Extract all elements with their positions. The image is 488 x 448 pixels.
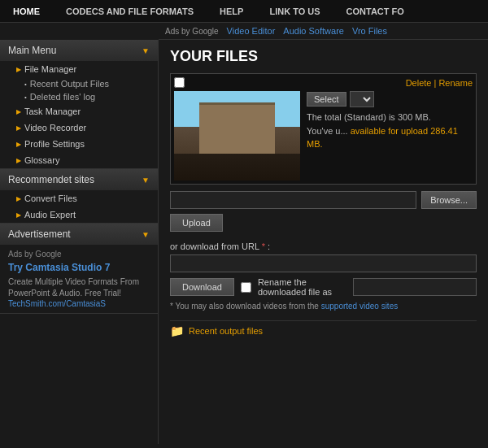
note-text: * You may also download videos from the … xyxy=(170,302,477,311)
sidebar-item-video-recorder[interactable]: ▶ Video Recorder xyxy=(0,120,158,136)
sidebar-item-task-manager[interactable]: ▶ Task Manager xyxy=(0,103,158,120)
upload-button[interactable]: Upload xyxy=(170,214,223,232)
top-navigation: HOME CODECS AND FILE FORMATS HELP LINK T… xyxy=(0,0,488,23)
recent-files-link[interactable]: Recent output files xyxy=(189,326,263,336)
sidebar-main-menu-label: Main Menu xyxy=(8,45,56,56)
folder-icon: 📁 xyxy=(170,324,184,337)
sidebar-main-menu-header[interactable]: Main Menu ▼ xyxy=(0,40,158,61)
sidebar-ads-by-google: Ads by Google xyxy=(8,250,150,259)
rename-label: Rename the downloaded file as xyxy=(258,277,346,297)
nav-link-to-us[interactable]: LINK TO US xyxy=(256,0,333,22)
url-input[interactable] xyxy=(170,254,477,272)
file-info: The total (Standard) is 300 MB. You've u… xyxy=(307,111,473,151)
page-title: YOUR FILES xyxy=(170,48,477,65)
sidebar-item-file-manager[interactable]: ▶ File Manager xyxy=(0,61,158,77)
file-select-row: Select xyxy=(307,91,473,107)
sidebar-recommended-arrow: ▼ xyxy=(142,176,150,185)
triangle-icon-3: ▶ xyxy=(16,124,21,132)
building-image xyxy=(174,91,300,181)
sidebar-advertisement-label: Advertisement xyxy=(8,228,71,240)
sidebar-main-menu-section: Main Menu ▼ ▶ File Manager Recent Output… xyxy=(0,40,158,169)
file-controls: Select The total (Standard) is 300 MB. Y… xyxy=(307,91,473,151)
file-checkbox[interactable] xyxy=(174,77,185,88)
sidebar-item-profile-settings[interactable]: ▶ Profile Settings xyxy=(0,136,158,152)
nav-home[interactable]: HOME xyxy=(0,0,53,22)
sidebar-audio-expert-label: Audio Expert xyxy=(24,210,76,220)
sidebar-advertisement-section: Advertisement ▼ Ads by Google Try Camtas… xyxy=(0,224,158,314)
download-row: Download Rename the downloaded file as xyxy=(170,277,477,297)
rename-link[interactable]: Rename xyxy=(438,78,473,88)
sidebar-item-convert-files[interactable]: ▶ Convert Files xyxy=(0,190,158,207)
nav-help[interactable]: HELP xyxy=(207,0,256,22)
sidebar: Main Menu ▼ ▶ File Manager Recent Output… xyxy=(0,40,159,444)
url-required-marker: * xyxy=(262,241,265,251)
file-header-left xyxy=(174,77,185,88)
delete-rename-links: Delete | Rename xyxy=(406,78,473,88)
sidebar-convert-files-label: Convert Files xyxy=(24,194,77,203)
sidebar-item-deleted-log[interactable]: Deleted files' log xyxy=(0,90,158,103)
file-info-standard: (Standard) is 300 MB. xyxy=(344,112,431,122)
download-button[interactable]: Download xyxy=(170,278,234,296)
delete-link[interactable]: Delete xyxy=(406,78,432,88)
file-thumbnail xyxy=(174,91,300,181)
sidebar-recommended-header[interactable]: Recommendet sites ▼ xyxy=(0,169,158,190)
sidebar-item-audio-expert[interactable]: ▶ Audio Expert xyxy=(0,207,158,223)
select-button[interactable]: Select xyxy=(307,92,346,107)
format-dropdown[interactable] xyxy=(350,91,374,107)
sidebar-ad-url[interactable]: TechSmith.com/CamtasiaS xyxy=(8,299,150,308)
file-header: Delete | Rename xyxy=(174,77,473,88)
sidebar-deleted-log-label: Deleted files' log xyxy=(30,92,95,102)
supported-sites-link[interactable]: supported video sites xyxy=(321,302,399,311)
note-body: You may also download videos from the xyxy=(176,302,321,311)
triangle-icon-2: ▶ xyxy=(16,108,21,115)
file-info-used: You've u... xyxy=(307,126,348,136)
file-info-total: The total xyxy=(307,112,342,122)
upload-section: Browse... Upload xyxy=(170,191,477,238)
nav-codecs[interactable]: CODECS AND FILE FORMATS xyxy=(53,0,207,22)
rename-input[interactable] xyxy=(353,278,477,296)
sidebar-item-glossary[interactable]: ▶ Glossary xyxy=(0,152,158,168)
sidebar-file-manager-label: File Manager xyxy=(24,64,76,74)
sidebar-recommended-label: Recommendet sites xyxy=(8,174,94,185)
ads-video-editor[interactable]: Video Editor xyxy=(227,26,276,36)
note-asterisk: * xyxy=(170,302,173,311)
ads-vro-files[interactable]: Vro Files xyxy=(352,26,387,36)
rename-checkbox[interactable] xyxy=(241,282,251,293)
sidebar-profile-settings-label: Profile Settings xyxy=(24,139,85,149)
url-section: or download from URL * : Download Rename… xyxy=(170,241,477,297)
triangle-icon-6: ▶ xyxy=(16,195,21,202)
browse-button[interactable]: Browse... xyxy=(421,191,477,209)
file-area: Delete | Rename Select xyxy=(170,73,477,185)
sidebar-advertisement-arrow: ▼ xyxy=(142,230,150,239)
triangle-icon-5: ▶ xyxy=(16,157,21,164)
ads-by-google-label: Ads by Google xyxy=(165,27,219,36)
browse-input[interactable] xyxy=(170,191,416,209)
recent-files-bar: 📁 Recent output files xyxy=(170,320,477,341)
ads-bar: Ads by Google Video Editor Audio Softwar… xyxy=(159,23,488,40)
sidebar-recent-output-label: Recent Output Files xyxy=(30,79,109,89)
triangle-icon-7: ▶ xyxy=(16,211,21,219)
main-layout: Main Menu ▼ ▶ File Manager Recent Output… xyxy=(0,40,488,444)
sidebar-ad-title[interactable]: Try Camtasia Studio 7 xyxy=(8,262,150,275)
sidebar-ad-text: Create Multiple Video Formats From Power… xyxy=(8,276,150,299)
file-content-row: Select The total (Standard) is 300 MB. Y… xyxy=(174,91,473,181)
sidebar-item-recent-output[interactable]: Recent Output Files xyxy=(0,77,158,90)
sidebar-video-recorder-label: Video Recorder xyxy=(24,123,86,133)
browse-row: Browse... xyxy=(170,191,477,209)
sidebar-main-menu-arrow: ▼ xyxy=(142,46,150,55)
sidebar-advertisement-header[interactable]: Advertisement ▼ xyxy=(0,224,158,245)
ads-audio-software[interactable]: Audio Software xyxy=(283,26,344,36)
sidebar-recommended-section: Recommendet sites ▼ ▶ Convert Files ▶ Au… xyxy=(0,169,158,224)
triangle-icon-4: ▶ xyxy=(16,141,21,148)
url-colon: : xyxy=(268,241,270,251)
sidebar-task-manager-label: Task Manager xyxy=(24,107,81,116)
nav-contact[interactable]: CONTACT FO xyxy=(333,0,417,22)
url-label-text: or download from URL xyxy=(170,241,259,251)
sidebar-glossary-label: Glossary xyxy=(24,155,59,165)
sidebar-ad-content: Ads by Google Try Camtasia Studio 7 Crea… xyxy=(0,245,158,313)
triangle-icon: ▶ xyxy=(16,66,21,73)
content-area: YOUR FILES Delete | Rename S xyxy=(159,40,488,444)
url-label: or download from URL * : xyxy=(170,241,477,251)
